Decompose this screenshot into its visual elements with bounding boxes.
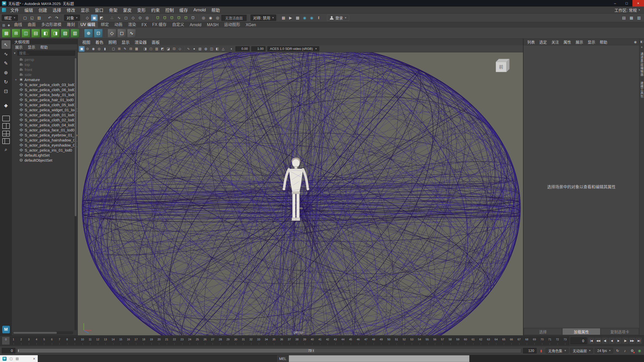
select-hierarchy-icon[interactable]: ◇ bbox=[84, 15, 91, 21]
attribute-editor-button[interactable]: 选择 bbox=[524, 328, 562, 335]
uv-scale-icon[interactable]: ⊡ bbox=[94, 29, 103, 38]
attribute-editor-button[interactable]: 复制选项卡 bbox=[601, 328, 639, 335]
resolution-gate-icon[interactable]: ◨ bbox=[142, 46, 148, 52]
mask-deformations-icon[interactable]: ◇ bbox=[130, 15, 136, 21]
ipr-render-icon[interactable]: ▶ bbox=[287, 15, 294, 21]
panel-options-icon[interactable]: ≡ bbox=[641, 46, 642, 49]
outliner-item[interactable]: +Armature bbox=[12, 77, 77, 82]
dock-icon[interactable]: ◧ bbox=[640, 40, 643, 43]
uv-layout-icon[interactable]: ◻ bbox=[117, 29, 126, 38]
snap-curve-icon[interactable]: ℧ bbox=[162, 15, 168, 21]
time-tick[interactable]: 64 bbox=[492, 337, 500, 345]
attribute-editor-menu-item[interactable]: 选定 bbox=[537, 39, 549, 45]
time-tick[interactable]: 73 bbox=[561, 337, 569, 345]
textured-icon[interactable]: ▧ bbox=[197, 46, 203, 52]
time-tick[interactable]: 0 bbox=[2, 337, 10, 345]
exposure-field[interactable]: 0.00 bbox=[235, 46, 250, 51]
time-tick[interactable]: 61 bbox=[469, 337, 477, 345]
uv-move-icon[interactable]: ⊕ bbox=[84, 29, 93, 38]
outliner-item[interactable]: front bbox=[12, 67, 77, 72]
window-icon[interactable]: ▢ bbox=[10, 357, 13, 360]
menubar-item[interactable]: 修改 bbox=[64, 7, 78, 13]
select-highlight-icon[interactable]: ▣ bbox=[79, 46, 85, 52]
outliner-item[interactable]: S_actor_pelica_iris_01_lod0 bbox=[12, 148, 77, 153]
layout-four-button[interactable] bbox=[2, 131, 10, 136]
mask-curves-icon[interactable]: ∿ bbox=[116, 15, 122, 21]
time-tick[interactable]: 33 bbox=[255, 337, 262, 345]
time-tick[interactable]: 29 bbox=[224, 337, 232, 345]
shelf-tab[interactable]: XGen bbox=[243, 22, 259, 28]
shelf-tab[interactable]: 绑定 bbox=[98, 21, 111, 28]
filter-icon[interactable]: ▼ bbox=[13, 52, 16, 55]
safe-action-icon[interactable]: ◩ bbox=[160, 46, 165, 52]
two-d-pan-zoom-icon[interactable]: ⊞ bbox=[116, 46, 122, 52]
output-connections-icon[interactable]: ◉ bbox=[207, 15, 214, 21]
layout-single-button[interactable] bbox=[2, 116, 10, 121]
menubar-item[interactable]: 选择 bbox=[50, 7, 64, 13]
time-tick[interactable]: 35 bbox=[270, 337, 278, 345]
time-tick[interactable]: 44 bbox=[339, 337, 347, 345]
minimize-button[interactable]: – bbox=[609, 0, 621, 7]
time-tick[interactable]: 45 bbox=[347, 337, 354, 345]
step-forward-frame-button[interactable]: |▶ bbox=[622, 338, 628, 344]
command-language-toggle[interactable]: MEL bbox=[277, 355, 289, 362]
outliner-menu-item[interactable]: 展示 bbox=[13, 44, 25, 50]
sound-icon[interactable]: ♪ bbox=[622, 348, 628, 353]
menubar-item[interactable]: 约束 bbox=[148, 7, 163, 13]
move-tool[interactable]: ⊕ bbox=[2, 68, 11, 77]
smooth-shade-icon[interactable]: ● bbox=[191, 46, 197, 52]
close-button[interactable]: × bbox=[632, 0, 644, 7]
bookmark-icon[interactable]: ▮ bbox=[538, 348, 544, 353]
go-to-end-button[interactable]: ▶| bbox=[636, 338, 642, 344]
outliner-item[interactable]: S_actor_pelica_hair_01_lod0 bbox=[12, 97, 77, 102]
select-object-icon[interactable]: ▣ bbox=[91, 15, 98, 21]
menubar-item[interactable]: 窗口 bbox=[92, 7, 106, 13]
play-forward-button[interactable]: ▶ bbox=[615, 338, 622, 344]
last-tool-used[interactable]: ◆ bbox=[2, 101, 11, 110]
frame-all-icon[interactable]: ⊡ bbox=[171, 46, 177, 52]
time-tick[interactable]: 60 bbox=[462, 337, 469, 345]
time-tick[interactable]: 66 bbox=[508, 337, 515, 345]
pin-icon[interactable]: ◉ bbox=[634, 40, 638, 44]
time-tick[interactable]: 67 bbox=[515, 337, 523, 345]
step-back-key-button[interactable]: ◀◀ bbox=[595, 338, 601, 344]
shelf-tab[interactable]: 曲线 bbox=[12, 21, 25, 28]
render-settings-icon[interactable]: ▩ bbox=[294, 15, 301, 21]
layout-outliner-button[interactable] bbox=[2, 138, 10, 144]
workspace-selector[interactable]: 工作区: 常规 ▾ bbox=[615, 7, 642, 13]
scroll-thumb[interactable] bbox=[75, 58, 76, 216]
menubar-item[interactable]: 骨架 bbox=[106, 7, 120, 13]
time-tick[interactable]: 6 bbox=[48, 337, 56, 345]
viewport-menu-item[interactable]: 照明 bbox=[106, 39, 119, 45]
outliner-item[interactable]: S_actor_pelica_widget_01_lod0 bbox=[12, 107, 77, 112]
grease-pencil-icon[interactable]: ✎ bbox=[122, 46, 128, 52]
outliner-item[interactable]: S_actor_pelica_cloth_02_lod0 bbox=[12, 117, 77, 122]
time-tick[interactable]: 72 bbox=[554, 337, 561, 345]
time-tick[interactable]: 32 bbox=[247, 337, 255, 345]
time-tick[interactable]: 19 bbox=[148, 337, 155, 345]
viewport-canvas[interactable]: 前 persp bbox=[78, 52, 523, 335]
scale-tool[interactable]: ⊡ bbox=[2, 87, 11, 95]
select-tool[interactable]: ↖ bbox=[2, 40, 11, 49]
time-tick[interactable]: 49 bbox=[377, 337, 385, 345]
dock-tab[interactable]: 通道盒/层编辑器 bbox=[640, 51, 644, 78]
time-tick[interactable]: 30 bbox=[232, 337, 239, 345]
field-chart-icon[interactable]: ▥ bbox=[154, 46, 159, 52]
time-tick[interactable]: 37 bbox=[286, 337, 293, 345]
layout-two-button[interactable] bbox=[2, 123, 10, 129]
shelf-tab[interactable]: 运动图形 bbox=[222, 21, 243, 28]
shelf-tab[interactable]: Arnold bbox=[187, 22, 204, 28]
time-tick[interactable]: 26 bbox=[201, 337, 209, 345]
gate-mask-icon[interactable]: ◻ bbox=[148, 46, 154, 52]
mask-joints-icon[interactable]: ⊙ bbox=[137, 15, 143, 21]
magnifier-icon[interactable]: ⌕ bbox=[2, 145, 11, 154]
playback-range-handle[interactable]: 73 bbox=[17, 349, 314, 353]
rotate-tool[interactable]: ↻ bbox=[2, 78, 11, 86]
attribute-editor-button[interactable]: 加载属性 bbox=[562, 328, 600, 335]
go-to-start-button[interactable]: |◀ bbox=[588, 338, 594, 344]
hypershade-icon[interactable]: ◉ bbox=[301, 15, 308, 21]
time-tick[interactable]: 55 bbox=[423, 337, 431, 345]
attribute-editor-menu-item[interactable]: 展示 bbox=[573, 39, 585, 45]
select-component-icon[interactable]: ◩ bbox=[98, 15, 105, 21]
loop-icon[interactable]: ↻ bbox=[615, 348, 620, 353]
